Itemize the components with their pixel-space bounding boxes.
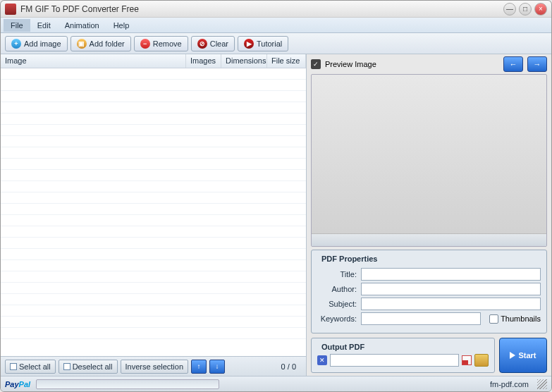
inverse-selection-button[interactable]: Inverse selection bbox=[121, 360, 189, 374]
table-row[interactable] bbox=[1, 80, 306, 91]
right-panel: ✓ Preview Image ← → PDF Properties Title… bbox=[307, 54, 551, 376]
checkbox-icon bbox=[10, 363, 17, 370]
output-path-input[interactable] bbox=[330, 354, 459, 367]
table-row[interactable] bbox=[1, 260, 306, 271]
author-label: Author: bbox=[317, 285, 357, 293]
add-image-button[interactable]: +Add image bbox=[5, 36, 68, 51]
table-row[interactable] bbox=[1, 192, 306, 204]
menubar: File Edit Animation Help bbox=[1, 18, 551, 33]
progress-bar bbox=[36, 379, 219, 389]
checkbox-icon bbox=[63, 363, 70, 370]
col-filesize[interactable]: File size bbox=[267, 54, 306, 68]
subject-label: Subject: bbox=[317, 300, 357, 308]
table-row[interactable] bbox=[1, 136, 306, 147]
pdf-icon bbox=[462, 355, 472, 365]
output-pdf-fieldset: Output PDF ✕ bbox=[311, 338, 495, 373]
table-row[interactable] bbox=[1, 159, 306, 170]
select-all-label: Select all bbox=[19, 362, 51, 371]
menu-animation[interactable]: Animation bbox=[58, 19, 106, 32]
selection-bar: Select all Deselect all Inverse selectio… bbox=[1, 356, 306, 376]
preview-statusbar bbox=[312, 233, 546, 246]
table-row[interactable] bbox=[1, 271, 306, 283]
main-area: Image Images Dimensions File size Select… bbox=[1, 54, 551, 376]
preview-prev-button[interactable]: ← bbox=[503, 56, 523, 72]
col-images[interactable]: Images bbox=[186, 54, 221, 68]
col-image[interactable]: Image bbox=[1, 54, 186, 68]
add-folder-label: Add folder bbox=[90, 39, 125, 48]
move-down-button[interactable]: ↓ bbox=[209, 360, 225, 374]
maximize-button[interactable]: □ bbox=[519, 3, 532, 16]
author-input[interactable] bbox=[361, 283, 541, 295]
output-row: Output PDF ✕ Start bbox=[311, 338, 547, 373]
select-all-button[interactable]: Select all bbox=[5, 360, 56, 374]
table-row[interactable] bbox=[1, 317, 306, 328]
table-row[interactable] bbox=[1, 249, 306, 260]
image-table[interactable]: Image Images Dimensions File size bbox=[1, 54, 306, 356]
table-row[interactable] bbox=[1, 328, 306, 339]
move-up-button[interactable]: ↑ bbox=[191, 360, 207, 374]
browse-button[interactable] bbox=[474, 354, 489, 367]
title-label: Title: bbox=[317, 270, 357, 278]
pdf-properties-legend: PDF Properties bbox=[319, 255, 380, 263]
preview-area bbox=[311, 74, 547, 247]
website-link[interactable]: fm-pdf.com bbox=[490, 380, 529, 388]
paypal-logo[interactable]: PayPal bbox=[5, 380, 30, 388]
table-row[interactable] bbox=[1, 181, 306, 192]
table-row[interactable] bbox=[1, 226, 306, 238]
table-row[interactable] bbox=[1, 215, 306, 226]
table-row[interactable] bbox=[1, 305, 306, 317]
title-input[interactable] bbox=[361, 268, 541, 281]
start-label: Start bbox=[518, 351, 536, 360]
menu-help[interactable]: Help bbox=[106, 19, 137, 32]
menu-edit[interactable]: Edit bbox=[30, 19, 58, 32]
start-button[interactable]: Start bbox=[499, 338, 547, 373]
table-row[interactable] bbox=[1, 68, 306, 80]
table-row[interactable] bbox=[1, 294, 306, 305]
deselect-all-label: Deselect all bbox=[73, 362, 113, 371]
table-row[interactable] bbox=[1, 170, 306, 181]
inverse-label: Inverse selection bbox=[125, 362, 184, 371]
item-counter: 0 / 0 bbox=[276, 362, 302, 371]
left-panel: Image Images Dimensions File size Select… bbox=[1, 54, 307, 376]
pdf-properties-fieldset: PDF Properties Title: Author: Subject: K… bbox=[311, 250, 547, 333]
clear-label: Clear bbox=[210, 39, 228, 48]
clear-icon: ⊘ bbox=[197, 39, 207, 49]
remove-button[interactable]: −Remove bbox=[134, 36, 188, 51]
play-icon: ▶ bbox=[244, 39, 254, 49]
table-row[interactable] bbox=[1, 283, 306, 294]
thumbnails-label: Thumbnails bbox=[501, 314, 541, 323]
menu-file[interactable]: File bbox=[4, 19, 30, 32]
subject-input[interactable] bbox=[361, 298, 541, 310]
thumbnails-checkbox[interactable]: Thumbnails bbox=[489, 314, 541, 324]
clear-path-icon[interactable]: ✕ bbox=[317, 355, 327, 365]
table-row[interactable] bbox=[1, 238, 306, 249]
window-title: FM GIF To PDF Converter Free bbox=[20, 4, 501, 14]
tutorial-button[interactable]: ▶Tutorial bbox=[238, 36, 288, 51]
minus-icon: − bbox=[140, 39, 150, 49]
keywords-input[interactable] bbox=[361, 312, 481, 325]
play-icon bbox=[510, 352, 515, 359]
table-row[interactable] bbox=[1, 102, 306, 114]
table-row[interactable] bbox=[1, 91, 306, 102]
table-row[interactable] bbox=[1, 204, 306, 215]
remove-label: Remove bbox=[153, 39, 182, 48]
preview-next-button[interactable]: → bbox=[527, 56, 547, 72]
folder-icon: ▣ bbox=[77, 39, 87, 49]
clear-button[interactable]: ⊘Clear bbox=[191, 36, 235, 51]
minimize-button[interactable]: — bbox=[503, 3, 516, 16]
table-row[interactable] bbox=[1, 125, 306, 136]
table-row[interactable] bbox=[1, 147, 306, 159]
deselect-all-button[interactable]: Deselect all bbox=[59, 360, 118, 374]
add-image-label: Add image bbox=[24, 39, 61, 48]
preview-checkbox[interactable]: ✓ bbox=[311, 59, 321, 69]
col-dimensions[interactable]: Dimensions bbox=[221, 54, 267, 68]
toolbar: +Add image ▣Add folder −Remove ⊘Clear ▶T… bbox=[1, 33, 551, 54]
table-row[interactable] bbox=[1, 114, 306, 125]
plus-icon: + bbox=[11, 39, 21, 49]
keywords-label: Keywords: bbox=[317, 314, 357, 323]
add-folder-button[interactable]: ▣Add folder bbox=[70, 36, 131, 51]
statusbar: PayPal fm-pdf.com bbox=[1, 376, 551, 391]
resize-grip[interactable] bbox=[537, 379, 547, 389]
tutorial-label: Tutorial bbox=[257, 39, 282, 48]
close-button[interactable]: × bbox=[534, 3, 547, 16]
